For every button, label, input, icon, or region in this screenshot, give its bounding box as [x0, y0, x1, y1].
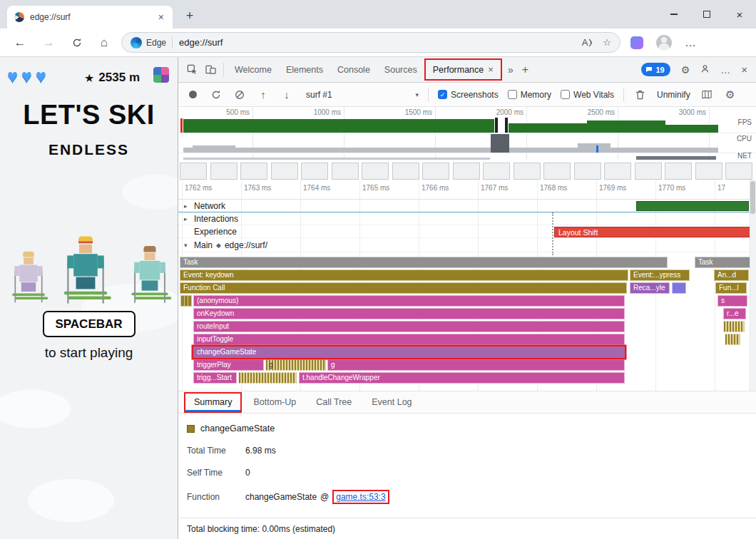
track-main[interactable]: ▾ Main ◆ edge://surf/	[178, 238, 756, 252]
flame-bar-t-handlechangewrapper[interactable]: t.handleChangeWrapper	[299, 372, 625, 384]
web-vitals-checkbox[interactable]: Web Vitals	[561, 90, 614, 100]
screenshots-checkbox[interactable]: ✓ Screenshots	[438, 90, 499, 100]
copilot-icon[interactable]	[630, 36, 643, 49]
perf-settings-button[interactable]: ⚙	[723, 88, 737, 102]
screenshot-thumbnail[interactable]	[665, 163, 692, 180]
bottom-tab-bottom-up[interactable]: Bottom-Up	[245, 391, 305, 413]
network-request-bar[interactable]	[636, 201, 749, 211]
flame-bar-reca-yle[interactable]: Reca...yle	[630, 282, 670, 294]
feedback-icon[interactable]	[700, 64, 710, 76]
favorite-star-icon[interactable]: ☆	[603, 37, 611, 48]
devtools-tab-sources[interactable]: Sources	[377, 57, 424, 82]
flame-bar-inputtoggle[interactable]: inputToggle	[193, 334, 625, 345]
back-button[interactable]: ←	[10, 33, 30, 53]
flame-bar-triggerplay[interactable]: triggerPlay	[193, 359, 264, 371]
flame-bar-g[interactable]: g	[265, 359, 326, 371]
flame-bar[interactable]	[725, 334, 740, 345]
download-profile-button[interactable]: ↓	[280, 88, 294, 102]
screenshot-thumbnail[interactable]	[695, 163, 722, 180]
screenshot-thumbnail[interactable]	[210, 163, 237, 180]
screenshot-thumbnail[interactable]	[453, 163, 480, 180]
tab-close-icon[interactable]: ×	[488, 64, 494, 75]
more-menu-button[interactable]: …	[720, 64, 730, 76]
screenshot-thumbnail[interactable]	[392, 163, 419, 180]
flame-bar-changegamestate[interactable]: changeGameState	[193, 346, 625, 358]
devtools-tab-welcome[interactable]: Welcome	[228, 57, 279, 82]
inspect-icon[interactable]	[183, 61, 201, 79]
screenshot-thumbnail[interactable]	[422, 163, 449, 180]
unminify-button[interactable]: Unminify	[657, 90, 690, 100]
flame-bar-event-keydown[interactable]: Event: keydown	[180, 270, 628, 281]
flame-bar-s[interactable]: s	[717, 295, 747, 307]
screenshot-thumbnail[interactable]	[483, 163, 510, 180]
upload-profile-button[interactable]: ↑	[256, 88, 270, 102]
screenshot-thumbnail[interactable]	[362, 163, 389, 180]
waterfall-scrollbar[interactable]	[750, 180, 756, 391]
memory-checkbox[interactable]: Memory	[508, 90, 551, 100]
tab-close-icon[interactable]: ×	[155, 11, 167, 23]
screenshot-thumbnail[interactable]	[514, 163, 541, 180]
delete-profile-button[interactable]	[633, 88, 648, 102]
forward-button[interactable]: →	[39, 33, 58, 53]
flame-bar-r-e[interactable]: r...e	[723, 308, 746, 319]
address-bar[interactable]: Edge edge://surf A ☆	[121, 32, 620, 53]
reload-and-record-button[interactable]	[209, 88, 223, 102]
flame-bar[interactable]	[188, 295, 192, 307]
scrollbar-thumb[interactable]	[750, 181, 755, 214]
source-link[interactable]: game.ts:53:3	[336, 492, 385, 502]
screenshot-thumbnail[interactable]	[301, 163, 328, 180]
clear-button[interactable]	[233, 88, 247, 102]
screenshot-thumbnail[interactable]	[543, 163, 571, 180]
browser-tab[interactable]: edge://surf ×	[7, 6, 173, 29]
notification-badge[interactable]: 19	[641, 63, 670, 76]
flame-bar-onkeydown[interactable]: onKeydown	[193, 308, 625, 319]
record-button[interactable]	[185, 88, 200, 102]
tab-overflow-button[interactable]: »	[508, 64, 514, 76]
session-select[interactable]: surf #1 ▾	[306, 90, 419, 100]
flame-bar-anonymous[interactable]: (anonymous)	[193, 295, 625, 307]
url-text[interactable]: edge://surf	[179, 37, 572, 48]
devtools-close-button[interactable]: ×	[741, 63, 747, 76]
screenshot-thumbnail[interactable]	[180, 163, 207, 180]
source-map-icon[interactable]	[700, 88, 714, 102]
home-button[interactable]: ⌂	[94, 33, 114, 53]
device-toolbar-icon[interactable]	[201, 61, 220, 79]
timeline-overview[interactable]: 500 ms1000 ms1500 ms2000 ms2500 ms3000 m…	[178, 107, 756, 180]
flame-bar-trigg-start[interactable]: trigg...Start	[193, 372, 237, 384]
devtools-tab-elements[interactable]: Elements	[279, 57, 330, 82]
flame-bar[interactable]	[238, 372, 297, 384]
layout-shift-bar[interactable]: Layout Shift	[554, 227, 756, 237]
flame-bar-g[interactable]: g	[327, 359, 625, 371]
settings-gear-icon[interactable]: ⚙	[681, 64, 690, 76]
flame-bar[interactable]	[672, 282, 686, 294]
screenshot-thumbnail[interactable]	[574, 163, 601, 180]
screenshot-thumbnail[interactable]	[635, 163, 662, 180]
flame-bar-an-d[interactable]: An...d	[714, 270, 749, 281]
flame-bar-fun-l[interactable]: Fun...l	[715, 282, 747, 294]
screenshot-thumbnail[interactable]	[271, 163, 298, 180]
track-interactions[interactable]: ▸ Interactions	[178, 212, 756, 225]
flame-bar-task[interactable]: Task	[695, 257, 750, 268]
minimize-button[interactable]	[658, 0, 690, 29]
close-button[interactable]: ×	[723, 0, 756, 29]
flame-bar-routeinput[interactable]: routeInput	[193, 321, 625, 332]
read-aloud-icon[interactable]: A	[582, 37, 593, 48]
bottom-tab-event-log[interactable]: Event Log	[363, 391, 420, 413]
maximize-button[interactable]	[690, 0, 723, 29]
flame-bar[interactable]	[723, 321, 745, 332]
flame-bar-event-ypress[interactable]: Event:...ypress	[630, 270, 690, 281]
devtools-tab-performance[interactable]: Performance×	[424, 58, 502, 81]
flame-bar-function-call[interactable]: Function Call	[180, 282, 627, 294]
add-tab-button[interactable]: +	[522, 63, 528, 76]
screenshot-thumbnail[interactable]	[725, 163, 752, 180]
flame-bar-task[interactable]: Task	[180, 257, 668, 268]
refresh-button[interactable]	[67, 33, 87, 53]
menu-button[interactable]: …	[685, 36, 697, 49]
character-select-icon[interactable]	[153, 67, 169, 83]
new-tab-button[interactable]: +	[180, 6, 200, 26]
screenshot-thumbnail[interactable]	[240, 163, 267, 180]
devtools-tab-console[interactable]: Console	[330, 57, 377, 82]
bottom-tab-summary[interactable]: Summary	[184, 392, 242, 413]
avatar[interactable]	[656, 35, 672, 51]
screenshot-thumbnail[interactable]	[604, 163, 631, 180]
